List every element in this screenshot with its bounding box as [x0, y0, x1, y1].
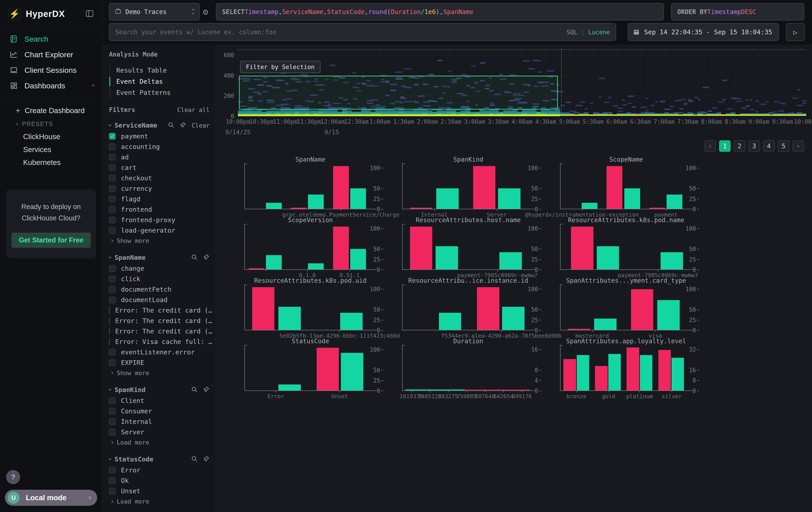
checkbox[interactable]	[109, 297, 116, 303]
pin-icon[interactable]	[203, 386, 210, 394]
page-button-1[interactable]: 1	[719, 140, 731, 152]
local-mode-menu[interactable]: U Local mode	[5, 490, 97, 506]
checkbox[interactable]	[109, 359, 116, 366]
filter-option[interactable]: frontend	[109, 204, 210, 215]
chevron-down-icon[interactable]	[109, 255, 111, 259]
presets-toggle[interactable]: PRESETS	[0, 118, 102, 130]
filter-option[interactable]: Error	[109, 465, 210, 475]
checkbox[interactable]	[109, 196, 116, 203]
checkbox[interactable]	[109, 227, 116, 234]
heatmap-selection-box[interactable]	[239, 76, 558, 110]
chevron-down-icon[interactable]	[109, 123, 111, 126]
page-next-button[interactable]: ›	[792, 140, 804, 152]
checkbox[interactable]	[109, 276, 116, 282]
filter-option[interactable]: documentFetch	[109, 284, 210, 295]
checkbox[interactable]	[109, 265, 116, 272]
show-more-button[interactable]: Load more	[109, 437, 210, 448]
chevron-down-icon[interactable]	[109, 388, 111, 391]
order-by-input[interactable]: ORDER BY Timestamp DESC	[671, 3, 804, 21]
filter-option[interactable]: Error: The credit card (…	[109, 316, 210, 326]
sidebar-collapse-icon[interactable]	[85, 9, 94, 19]
preset-services[interactable]: Services	[0, 143, 102, 156]
preset-clickhouse[interactable]: ClickHouse	[0, 130, 102, 143]
checkbox[interactable]	[109, 418, 116, 425]
checkbox[interactable]: ✓	[109, 133, 116, 140]
pin-icon[interactable]	[180, 122, 186, 129]
checkbox[interactable]	[109, 286, 116, 293]
lang-sql[interactable]: SQL	[567, 29, 577, 36]
filter-option[interactable]: load-generator	[109, 225, 210, 236]
pin-icon[interactable]	[203, 254, 210, 261]
checkbox[interactable]	[109, 318, 110, 324]
checkbox[interactable]	[109, 467, 116, 474]
filter-option[interactable]: Error: Visa cache full: …	[109, 336, 210, 347]
sql-select-input[interactable]: SELECT Timestamp, ServiceName, StatusCod…	[216, 3, 664, 21]
page-button-3[interactable]: 3	[748, 140, 760, 152]
checkbox[interactable]	[109, 143, 116, 150]
filter-option[interactable]: frontend-proxy	[109, 215, 210, 225]
filter-option[interactable]: Unset	[109, 486, 210, 496]
filter-option[interactable]: Error: The credit card (…	[109, 305, 210, 316]
checkbox[interactable]	[109, 477, 116, 484]
query-language-toggle[interactable]: SQL | Lucene	[567, 29, 610, 36]
checkbox[interactable]	[109, 339, 110, 345]
filter-option[interactable]: EXPIRE	[109, 357, 210, 368]
gear-icon[interactable]: ⚙	[203, 7, 208, 17]
search-icon[interactable]	[191, 455, 198, 463]
search-icon[interactable]	[168, 122, 174, 129]
mode-event-patterns[interactable]: Event Patterns	[110, 87, 210, 98]
filter-option[interactable]: documentLoad	[109, 295, 210, 305]
heatmap-plot[interactable]: Filter by Selection	[238, 49, 806, 116]
get-started-button[interactable]: Get Started for Free	[11, 233, 91, 248]
sidebar-item-chart-explorer[interactable]: Chart Explorer	[0, 47, 102, 62]
run-query-button[interactable]: ▷	[786, 23, 805, 41]
filter-option[interactable]: Error: The credit card (…	[109, 326, 210, 336]
filter-option[interactable]: eventListener.error	[109, 347, 210, 357]
page-button-2[interactable]: 2	[734, 140, 745, 152]
filter-option[interactable]: click	[109, 274, 210, 284]
page-prev-button[interactable]: ‹	[704, 140, 716, 152]
checkbox[interactable]	[109, 164, 116, 171]
lang-lucene[interactable]: Lucene	[588, 29, 610, 36]
filter-option[interactable]: Internal	[109, 416, 210, 427]
filter-option[interactable]: Ok	[109, 475, 210, 486]
checkbox[interactable]	[109, 408, 116, 414]
filter-by-selection-button[interactable]: Filter by Selection	[240, 61, 320, 73]
checkbox[interactable]	[109, 175, 116, 182]
checkbox[interactable]	[109, 307, 110, 314]
page-button-5[interactable]: 5	[778, 140, 789, 152]
checkbox[interactable]	[109, 397, 116, 404]
show-more-button[interactable]: Show more	[109, 368, 210, 378]
chevron-down-icon[interactable]	[109, 457, 111, 460]
checkbox[interactable]	[109, 154, 116, 161]
search-icon[interactable]	[191, 254, 198, 261]
page-button-4[interactable]: 4	[763, 140, 775, 152]
show-more-button[interactable]: Show more	[109, 236, 210, 246]
mode-results-table[interactable]: Results Table	[110, 65, 210, 76]
pin-icon[interactable]	[203, 455, 210, 463]
sidebar-item-search[interactable]: Search	[0, 31, 102, 47]
create-dashboard-button[interactable]: + Create Dashboard	[0, 104, 102, 118]
filter-option[interactable]: cart	[109, 162, 210, 173]
filter-option[interactable]: Client	[109, 395, 210, 406]
checkbox[interactable]	[109, 185, 116, 192]
filter-option[interactable]: flagd	[109, 194, 210, 204]
filter-option[interactable]: ✓ payment	[109, 131, 210, 141]
source-select[interactable]: Demo Traces	[109, 3, 200, 21]
filter-group-clear[interactable]: Clear	[192, 122, 210, 129]
checkbox[interactable]	[109, 217, 116, 223]
filter-option[interactable]: Consumer	[109, 406, 210, 416]
checkbox[interactable]	[109, 328, 110, 334]
checkbox[interactable]	[109, 488, 116, 494]
search-icon[interactable]	[191, 386, 198, 394]
search-input[interactable]	[115, 28, 567, 36]
filter-option[interactable]: change	[109, 263, 210, 274]
checkbox[interactable]	[109, 349, 116, 355]
filter-option[interactable]: ad	[109, 152, 210, 162]
filter-option[interactable]: currency	[109, 183, 210, 194]
filter-option[interactable]: accounting	[109, 141, 210, 152]
checkbox[interactable]	[109, 429, 116, 435]
show-more-button[interactable]: Load more	[109, 496, 210, 507]
clear-all-button[interactable]: Clear all	[177, 106, 210, 113]
filter-option[interactable]: Server	[109, 427, 210, 437]
